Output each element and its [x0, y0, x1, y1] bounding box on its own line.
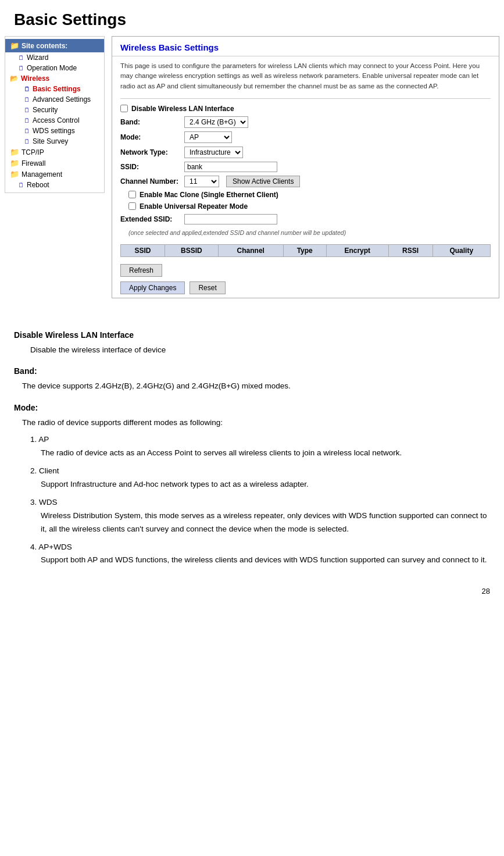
col-quality: Quality [432, 244, 490, 256]
action-buttons: Apply Changes Reset [112, 280, 499, 298]
doc-mode-list: 1. AP The radio of device acts as an Acc… [30, 433, 490, 567]
doc-mode-apwds-desc: Support both AP and WDS functions, the w… [41, 554, 490, 567]
sidebar-item-firewall[interactable]: 📁 Firewall [5, 158, 104, 169]
sidebar-header: 📁 Site contents: [5, 39, 104, 52]
doc-mode-title: Mode: [14, 401, 490, 415]
universal-repeater-row: Enable Universal Repeater Mode [120, 202, 491, 211]
extended-ssid-note: (once selected and applied,extended SSID… [120, 228, 491, 237]
panel-description: This page is used to configure the param… [112, 56, 499, 96]
col-type: Type [283, 244, 326, 256]
mode-label: Mode: [120, 133, 184, 141]
band-select[interactable]: 2.4 GHz (B) 2.4 GHz (G) 2.4 GHz (B+G) [184, 116, 248, 128]
folder-icon-tcpip: 📁 [10, 148, 19, 156]
page-title: Basic Settings [0, 0, 504, 34]
doc-mode-desc: The radio of device supports different m… [22, 416, 490, 430]
doc-mode-ap: 1. AP The radio of device acts as an Acc… [30, 433, 490, 460]
refresh-button[interactable]: Refresh [120, 264, 162, 277]
doc-band-desc: The device supports 2.4GHz(B), 2.4GHz(G)… [22, 380, 490, 393]
page-icon-access: 🗒 [24, 117, 30, 124]
wireless-panel: Wireless Basic Settings This page is use… [112, 36, 499, 298]
doc-mode-client-desc: Support Infrastructure and Ad-hoc networ… [41, 478, 490, 491]
sidebar-item-basic-settings[interactable]: 🗒 Basic Settings [5, 84, 104, 94]
sidebar-item-tcp-ip[interactable]: 📁 TCP/IP [5, 147, 104, 158]
folder-icon-firewall: 📁 [10, 159, 19, 167]
doc-mode-client: 2. Client Support Infrastructure and Ad-… [30, 465, 490, 491]
sidebar-item-management[interactable]: 📁 Management [5, 169, 104, 180]
network-type-label: Network Type: [120, 148, 184, 156]
sidebar-item-advanced-settings[interactable]: 🗒 Advanced Settings [5, 94, 104, 105]
doc-disable-desc: Disable the wireless interface of device [30, 344, 490, 357]
col-rssi: RSSI [388, 244, 432, 256]
apply-changes-button[interactable]: Apply Changes [120, 281, 185, 294]
channel-select[interactable]: 1234 5678 91011 [184, 176, 219, 187]
disable-wireless-label: Disable Wireless LAN Interface [131, 105, 234, 113]
page-icon-wds: 🗒 [24, 127, 30, 134]
ssid-label: SSID: [120, 163, 184, 171]
doc-mode-wds-num: 3. WDS [30, 498, 58, 507]
page-icon-survey: 🗒 [24, 138, 30, 145]
sidebar-item-security[interactable]: 🗒 Security [5, 105, 104, 115]
col-bssid: BSSID [165, 244, 218, 256]
channel-row: Channel Number: 1234 5678 91011 Show Act… [120, 176, 491, 187]
page-number: 28 [0, 582, 504, 600]
disable-wireless-checkbox[interactable] [120, 105, 128, 112]
disable-wireless-row: Disable Wireless LAN Interface [120, 105, 491, 113]
page-icon-operation: 🗒 [18, 65, 24, 72]
universal-repeater-label: Enable Universal Repeater Mode [140, 202, 248, 211]
extended-ssid-input[interactable] [184, 214, 277, 224]
col-ssid: SSID [121, 244, 165, 256]
doc-mode-ap-desc: The radio of device acts as an Access Po… [41, 447, 490, 460]
band-row: Band: 2.4 GHz (B) 2.4 GHz (G) 2.4 GHz (B… [120, 116, 491, 128]
folder-open-icon: 📂 [10, 74, 19, 83]
mac-clone-row: Enable Mac Clone (Single Ethernet Client… [120, 191, 491, 199]
page-icon-security: 🗒 [24, 106, 30, 113]
mode-row: Mode: AP Client WDS AP+WDS [120, 131, 491, 143]
extended-ssid-label: Extended SSID: [120, 215, 184, 223]
folder-icon: 📁 [10, 41, 19, 50]
sidebar-item-wds-settings[interactable]: 🗒 WDS settings [5, 126, 104, 136]
band-label: Band: [120, 118, 184, 126]
col-channel: Channel [218, 244, 283, 256]
network-type-row: Network Type: Infrastructure Ad-hoc [120, 147, 491, 158]
page-icon-reboot: 🗒 [18, 181, 24, 188]
sidebar-item-reboot[interactable]: 🗒 Reboot [5, 180, 104, 190]
doc-mode-wds-desc: Wireless Distribution System, this mode … [41, 509, 490, 536]
col-encrypt: Encrypt [326, 244, 388, 256]
universal-repeater-checkbox[interactable] [128, 202, 136, 210]
ssid-row: SSID: [120, 162, 491, 172]
doc-band-title: Band: [14, 365, 490, 379]
mac-clone-checkbox[interactable] [128, 191, 136, 198]
sidebar: 📁 Site contents: 🗒 Wizard 🗒 Operation Mo… [5, 36, 105, 193]
extended-ssid-row: Extended SSID: [120, 214, 491, 224]
sidebar-item-access-control[interactable]: 🗒 Access Control [5, 115, 104, 126]
mode-select[interactable]: AP Client WDS AP+WDS [184, 131, 232, 143]
doc-mode-wds: 3. WDS Wireless Distribution System, thi… [30, 496, 490, 536]
page-icon-advanced: 🗒 [24, 96, 30, 103]
sidebar-item-wireless[interactable]: 📂 Wireless [5, 73, 104, 84]
survey-table: SSID BSSID Channel Type Encrypt RSSI Qua… [120, 244, 491, 257]
panel-divider [120, 98, 491, 99]
doc-mode-apwds-num: 4. AP+WDS [30, 543, 72, 551]
table-buttons: Refresh [112, 261, 499, 280]
channel-label: Channel Number: [120, 177, 184, 186]
panel-title: Wireless Basic Settings [112, 37, 499, 56]
survey-table-wrap: SSID BSSID Channel Type Encrypt RSSI Qua… [112, 244, 499, 257]
mac-clone-label: Enable Mac Clone (Single Ethernet Client… [140, 191, 278, 199]
page-icon-wizard: 🗒 [18, 54, 24, 61]
show-clients-button[interactable]: Show Active Clients [226, 176, 300, 187]
doc-mode-client-num: 2. Client [30, 466, 59, 475]
doc-mode-ap-num: 1. AP [30, 435, 49, 444]
reset-button[interactable]: Reset [190, 281, 225, 294]
doc-disable-title: Disable Wireless LAN Interface [14, 329, 490, 343]
doc-mode-apwds: 4. AP+WDS Support both AP and WDS functi… [30, 541, 490, 568]
sidebar-item-site-survey[interactable]: 🗒 Site Survey [5, 136, 104, 147]
doc-section: Disable Wireless LAN Interface Disable t… [0, 310, 504, 583]
network-type-select[interactable]: Infrastructure Ad-hoc [184, 147, 243, 158]
sidebar-item-operation-mode[interactable]: 🗒 Operation Mode [5, 63, 104, 73]
content-area: Wireless Basic Settings This page is use… [112, 36, 499, 298]
folder-icon-management: 📁 [10, 170, 19, 179]
page-icon-basic: 🗒 [24, 85, 30, 92]
sidebar-item-wizard[interactable]: 🗒 Wizard [5, 52, 104, 63]
ssid-input[interactable] [184, 162, 277, 172]
